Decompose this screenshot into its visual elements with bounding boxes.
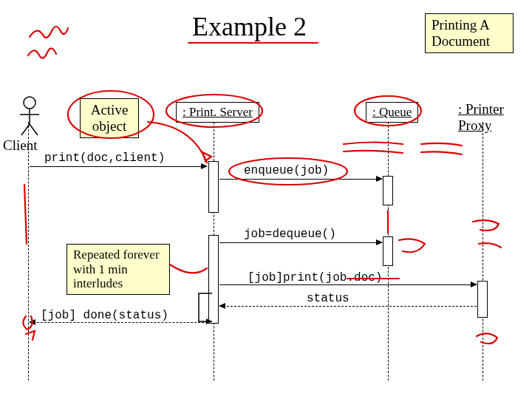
arrow-dequeue [219,242,382,243]
arrow-status [219,306,477,307]
svg-point-0 [24,97,35,109]
note-repeated: Repeated forever with 1 min interludes [66,244,170,295]
actor-label: Client [3,137,37,154]
page-title: Example 2 [192,11,307,42]
msg-done: [job] done(status) [41,309,168,322]
msg-job-print: [job]print(job.doc) [248,271,382,284]
actor-icon [18,96,41,137]
note-active-object: Active object [80,98,139,138]
svg-line-13 [24,185,27,244]
lifeline-head-queue: : Queue [366,102,418,123]
activation-print-server-1 [208,161,219,213]
msg-enqueue: enqueue(job) [244,164,329,177]
arrow-print [30,166,207,167]
lifeline-printer-proxy [482,122,483,381]
lifeline-client [28,122,29,381]
msg-dequeue: job=dequeue() [244,228,336,241]
arrow-job-print [219,284,477,285]
msg-print: print(doc,client) [44,151,165,165]
self-call-icon [190,292,219,327]
activation-queue-2 [383,236,393,266]
ink-annotations [0,0,532,399]
arrow-enqueue [219,179,382,180]
note-printing-doc: Printing A Document [425,13,514,53]
lifeline-head-printer-proxy: : Printer Proxy [458,101,517,134]
activation-queue-1 [383,176,393,205]
lifeline-head-print-server: : Print. Server [176,102,259,123]
svg-line-4 [30,124,38,135]
svg-marker-5 [206,318,212,324]
activation-printer-proxy [477,281,488,318]
msg-status: status [307,292,349,305]
arrow-done [30,322,208,323]
